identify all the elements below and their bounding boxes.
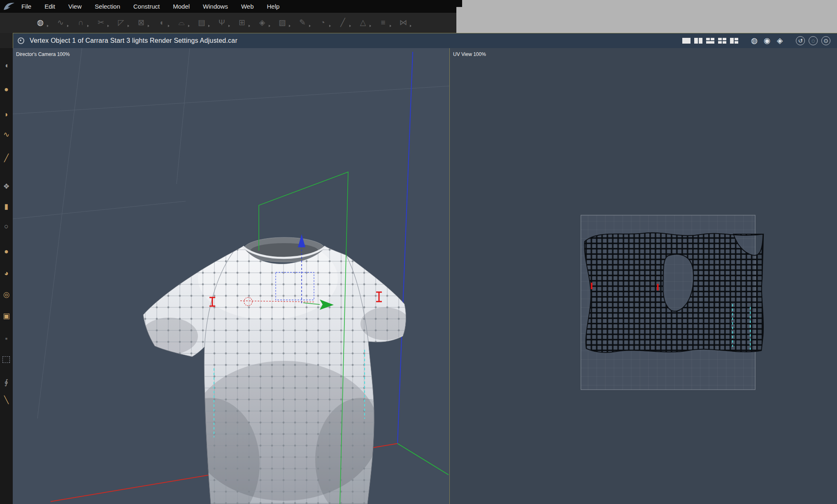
menu-help[interactable]: Help xyxy=(267,3,280,10)
lathe-icon[interactable]: ⌓ xyxy=(177,17,186,28)
add-grid-icon[interactable]: ⊞ xyxy=(237,17,247,28)
shaded-sphere-tool[interactable]: ◕ xyxy=(1,268,12,279)
line-icon[interactable]: ╱ xyxy=(338,17,348,28)
curve-tool[interactable]: ∿ xyxy=(1,130,12,140)
arc-tool[interactable]: ╲ xyxy=(1,395,12,405)
fill-polygon-icon[interactable]: ▤ xyxy=(197,17,207,28)
sphere-primitive-tool[interactable]: ● xyxy=(1,246,12,257)
tool-column: ◖ ● ◗ ∿ ╱ ❖ ▮ ○ ● ◕ ◎ ▣ ▪ ∮ ╲ xyxy=(0,48,13,504)
camera-viewport[interactable]: Director's Camera 100% xyxy=(13,48,449,504)
dolly-tool-icon[interactable]: ◌ xyxy=(809,36,818,45)
menu-model[interactable]: Model xyxy=(173,3,190,10)
window-icon[interactable] xyxy=(18,37,24,44)
half-sphere-icon[interactable]: ◖ xyxy=(156,17,166,28)
modeling-toolbar: ◍ ∿ ∩ ✂ ◸ ⊠ ◖ ⌓ ▤ Ψ ⊞ ◈ ▨ ✎ ◔ ╱ △ ≡ ⋈ xyxy=(0,13,456,33)
layout-four-grid[interactable] xyxy=(718,38,726,44)
sphere-preview-icon[interactable]: ◍ xyxy=(35,17,45,28)
document-title: Vertex Object 1 of Carrara Start 3 light… xyxy=(30,37,237,44)
menu-file[interactable]: File xyxy=(21,3,31,10)
cube-tool[interactable]: ▣ xyxy=(1,311,12,321)
camera-viewport-canvas[interactable] xyxy=(13,48,449,504)
sphere-section-icon[interactable]: ◔ xyxy=(318,17,328,28)
magnify-tool[interactable]: ○ xyxy=(1,221,12,232)
gem-icon[interactable]: ◈ xyxy=(257,17,267,28)
line-tool[interactable]: ╱ xyxy=(1,153,12,163)
bridge-icon[interactable]: ⋈ xyxy=(398,17,408,28)
torus-tool[interactable]: ◎ xyxy=(1,290,12,300)
shell-tool[interactable]: ◗ xyxy=(1,109,12,120)
uv-viewport[interactable]: UV View 100% xyxy=(449,48,837,504)
shadow-toggle-icon[interactable]: ◉ xyxy=(763,36,772,45)
polygon-tool[interactable]: ❖ xyxy=(1,181,12,192)
layout-left-main[interactable] xyxy=(730,38,738,44)
sphere-tool[interactable]: ● xyxy=(1,84,12,95)
shade-mode-icon[interactable]: ▨ xyxy=(277,17,287,28)
polyline-icon[interactable]: ∿ xyxy=(56,17,65,28)
fill-tool[interactable]: ▪ xyxy=(1,334,12,344)
layout-two-pane[interactable] xyxy=(694,38,702,44)
desktop-area xyxy=(456,0,837,33)
menu-view[interactable]: View xyxy=(68,3,81,10)
carrara-logo-icon xyxy=(3,2,16,11)
layout-single[interactable] xyxy=(682,38,691,44)
marquee-select-tool[interactable] xyxy=(2,356,10,363)
anchor-icon[interactable]: Ψ xyxy=(217,17,227,28)
menu-construct[interactable]: Construct xyxy=(133,3,160,10)
pen-icon[interactable]: ✎ xyxy=(298,17,307,28)
magnet-icon[interactable]: ∩ xyxy=(76,17,86,28)
texture-toggle-icon[interactable]: ◈ xyxy=(775,36,784,45)
rotation-tool-icon[interactable]: ↺ xyxy=(796,36,805,45)
titlebar-controls: ◍ ◉ ◈ ↺ ◌ ⊙ xyxy=(682,36,837,45)
lasso-tool[interactable]: ∮ xyxy=(1,377,12,388)
brush-tool[interactable]: ▮ xyxy=(1,202,12,212)
uv-viewport-label: UV View 100% xyxy=(453,51,486,57)
menu-web[interactable]: Web xyxy=(241,3,254,10)
track-tool-icon[interactable]: ⊙ xyxy=(821,36,830,45)
menu-bar: File Edit View Selection Construct Model… xyxy=(0,0,456,13)
uv-canvas[interactable] xyxy=(450,48,837,504)
titlebar-left-gap xyxy=(0,33,13,48)
corner-block xyxy=(455,0,462,7)
shading-quality-icon[interactable]: ◍ xyxy=(750,36,759,45)
app-root: { "menu_bar": { "items": ["File", "Edit"… xyxy=(0,0,837,504)
layout-three-pane[interactable] xyxy=(706,38,714,44)
menu-windows[interactable]: Windows xyxy=(203,3,228,10)
document-title-bar: Vertex Object 1 of Carrara Start 3 light… xyxy=(13,33,837,48)
delete-polygon-icon[interactable]: ⊠ xyxy=(136,17,146,28)
camera-viewport-label: Director's Camera 100% xyxy=(16,51,70,57)
scissors-icon[interactable]: ✂ xyxy=(96,17,106,28)
triangulate-icon[interactable]: △ xyxy=(358,17,368,28)
menu-selection[interactable]: Selection xyxy=(95,3,120,10)
menu-edit[interactable]: Edit xyxy=(44,3,55,10)
corner-snap-icon[interactable]: ◸ xyxy=(116,17,126,28)
stack-icon[interactable]: ≡ xyxy=(378,17,388,28)
half-sphere-tool[interactable]: ◖ xyxy=(1,60,12,71)
